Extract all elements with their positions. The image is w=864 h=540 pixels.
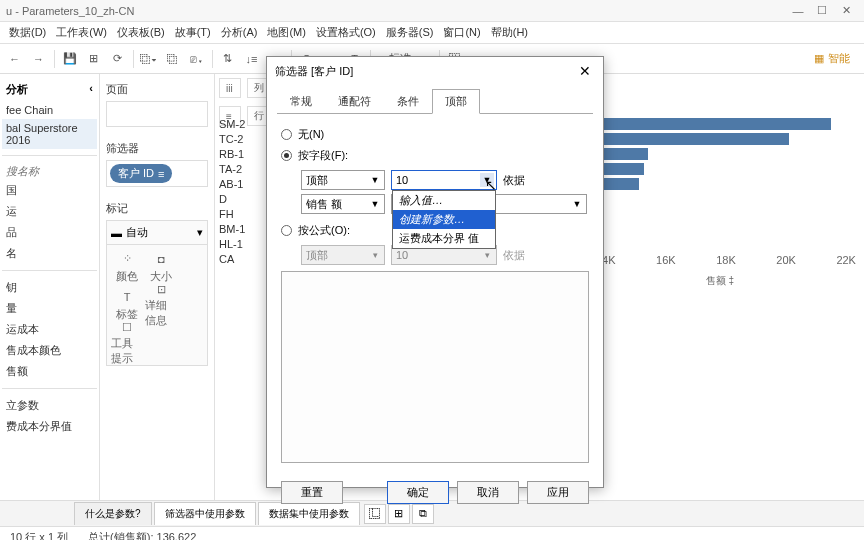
bar-chart[interactable]	[596, 118, 856, 193]
dimension-item[interactable]: 名	[2, 243, 97, 264]
detail-button[interactable]: ⊡详细信息	[145, 287, 177, 323]
radio-by-field[interactable]: 按字段(F):	[281, 145, 589, 166]
x-axis: 14K16K18K 20K22K	[596, 254, 856, 266]
show-me-button[interactable]: ▦智能	[814, 51, 860, 66]
marks-header: 标记	[106, 197, 208, 220]
filter-pill[interactable]: 客户 ID≡	[110, 164, 172, 183]
datasource-item[interactable]: bal Superstore 2016	[2, 119, 97, 149]
filter-dialog: 筛选器 [客户 ID] ✕ 常规 通配符 条件 顶部 无(N) 按字段(F): …	[266, 56, 604, 488]
reset-button[interactable]: 重置	[281, 481, 343, 504]
divider	[2, 155, 97, 156]
dialog-titlebar: 筛选器 [客户 ID] ✕	[267, 57, 603, 85]
by-label: 依据	[503, 173, 525, 188]
row-headers: SM-2TC-2RB-1 TA-2AB-1D FHBM-1HL-1 CA	[219, 118, 245, 268]
menu-data[interactable]: 数据(D)	[4, 25, 51, 40]
dimension-item[interactable]: 国	[2, 180, 97, 201]
tab-wildcard[interactable]: 通配符	[325, 89, 384, 114]
mark-type-dropdown[interactable]: ▬自动▾	[107, 221, 207, 245]
cancel-button[interactable]: 取消	[457, 481, 519, 504]
swap-icon[interactable]: ⇅	[217, 48, 239, 70]
axis-label: 售额 ‡	[706, 274, 734, 288]
menu-window[interactable]: 窗口(N)	[438, 25, 485, 40]
new-sheet-icon[interactable]: ⿻▾	[138, 48, 160, 70]
menu-server[interactable]: 服务器(S)	[381, 25, 439, 40]
menu-bar: 数据(D) 工作表(W) 仪表板(B) 故事(T) 分析(A) 地图(M) 设置…	[0, 22, 864, 44]
search-input[interactable]	[2, 162, 88, 180]
status-sum: 总计(销售额): 136,622	[88, 530, 196, 540]
duplicate-icon[interactable]: ⿻	[162, 48, 184, 70]
tab-top[interactable]: 顶部	[432, 89, 480, 114]
close-button[interactable]: ✕	[834, 4, 858, 17]
label-button[interactable]: T标签	[111, 287, 143, 323]
cards-pane: 页面 筛选器 客户 ID≡ 标记 ▬自动▾ ⁘颜色 ◘大小 T标签 ⊡详细信息 …	[100, 74, 215, 500]
menu-story[interactable]: 故事(T)	[170, 25, 216, 40]
measure-item[interactable]: 售成本颜色	[2, 340, 97, 361]
measure-combo[interactable]: 销售 额▼	[301, 194, 385, 214]
parameter-item[interactable]: 立参数	[2, 395, 97, 416]
dialog-title: 筛选器 [客户 ID]	[275, 64, 575, 79]
dropdown-item-create[interactable]: 创建新参数…	[393, 210, 495, 229]
pages-card: 页面	[106, 78, 208, 127]
title-bar: u - Parameters_10_zh-CN — ☐ ✕	[0, 0, 864, 22]
formula-top-combo: 顶部▾	[301, 245, 385, 265]
status-rows: 10 行 x 1 列	[10, 530, 68, 540]
measure-item[interactable]: 运成本	[2, 319, 97, 340]
menu-analysis[interactable]: 分析(A)	[216, 25, 263, 40]
by-label-2: 依据	[503, 248, 525, 263]
toolbar-icon[interactable]: →	[28, 48, 50, 70]
separator	[133, 50, 134, 68]
parameter-item[interactable]: 费成本分界值	[2, 416, 97, 437]
toolbar-icon[interactable]: ⟳	[107, 48, 129, 70]
toolbar-icon[interactable]: ←	[4, 48, 26, 70]
datasource-item[interactable]: fee Chain	[2, 101, 97, 119]
filters-header: 筛选器	[106, 137, 208, 160]
sheet-tab[interactable]: 什么是参数?	[74, 502, 152, 525]
filters-shelf[interactable]: 客户 ID≡	[106, 160, 208, 187]
new-data-icon[interactable]: ⊞	[83, 48, 105, 70]
measure-item[interactable]: 钥	[2, 277, 97, 298]
columns-shelf[interactable]: iii	[219, 78, 241, 98]
minimize-button[interactable]: —	[786, 5, 810, 17]
menu-worksheet[interactable]: 工作表(W)	[51, 25, 112, 40]
pages-header: 页面	[106, 78, 208, 101]
dimension-item[interactable]: 品	[2, 222, 97, 243]
bar[interactable]	[596, 133, 789, 145]
analysis-header: 分析‹	[2, 78, 97, 101]
clear-icon[interactable]: ⎚▾	[186, 48, 208, 70]
marks-card: 标记 ▬自动▾ ⁘颜色 ◘大小 T标签 ⊡详细信息 ☐工具提示	[106, 197, 208, 366]
menu-map[interactable]: 地图(M)	[262, 25, 311, 40]
top-combo[interactable]: 顶部▼	[301, 170, 385, 190]
value-dropdown: 输入值… 创建新参数… 运费成本分界 值	[392, 190, 496, 249]
pages-shelf[interactable]	[106, 101, 208, 127]
value-combo[interactable]: 10▼ 输入值… 创建新参数… 运费成本分界 值	[391, 170, 497, 190]
bar[interactable]	[596, 118, 831, 130]
ok-button[interactable]: 确定	[387, 481, 449, 504]
size-button[interactable]: ◘大小	[145, 249, 177, 285]
divider	[2, 388, 97, 389]
color-button[interactable]: ⁘颜色	[111, 249, 143, 285]
marks-box: ▬自动▾ ⁘颜色 ◘大小 T标签 ⊡详细信息 ☐工具提示	[106, 220, 208, 366]
save-icon[interactable]: 💾	[59, 48, 81, 70]
dialog-buttons: 重置 确定 取消 应用	[267, 473, 603, 512]
measure-item[interactable]: 量	[2, 298, 97, 319]
maximize-button[interactable]: ☐	[810, 4, 834, 17]
data-pane: 分析‹ fee Chain bal Superstore 2016 国 运 品 …	[0, 74, 100, 500]
formula-area	[281, 271, 589, 463]
menu-dashboard[interactable]: 仪表板(B)	[112, 25, 170, 40]
sort-asc-icon[interactable]: ↓≡	[241, 48, 263, 70]
dropdown-item-param[interactable]: 运费成本分界 值	[393, 229, 495, 248]
tab-condition[interactable]: 条件	[384, 89, 432, 114]
tooltip-button[interactable]: ☐工具提示	[111, 325, 143, 361]
dropdown-item-enter[interactable]: 输入值…	[393, 191, 495, 210]
dimension-item[interactable]: 运	[2, 201, 97, 222]
menu-help[interactable]: 帮助(H)	[486, 25, 533, 40]
sheet-tab[interactable]: 筛选器中使用参数	[154, 502, 256, 525]
measure-item[interactable]: 售额	[2, 361, 97, 382]
menu-format[interactable]: 设置格式(O)	[311, 25, 381, 40]
dialog-close-button[interactable]: ✕	[575, 63, 595, 79]
apply-button[interactable]: 应用	[527, 481, 589, 504]
dialog-body: 无(N) 按字段(F): 顶部▼ 10▼ 输入值… 创建新参数… 运费成本分界 …	[267, 114, 603, 473]
dialog-tabs: 常规 通配符 条件 顶部	[267, 89, 603, 114]
tab-general[interactable]: 常规	[277, 89, 325, 114]
radio-none[interactable]: 无(N)	[281, 124, 589, 145]
